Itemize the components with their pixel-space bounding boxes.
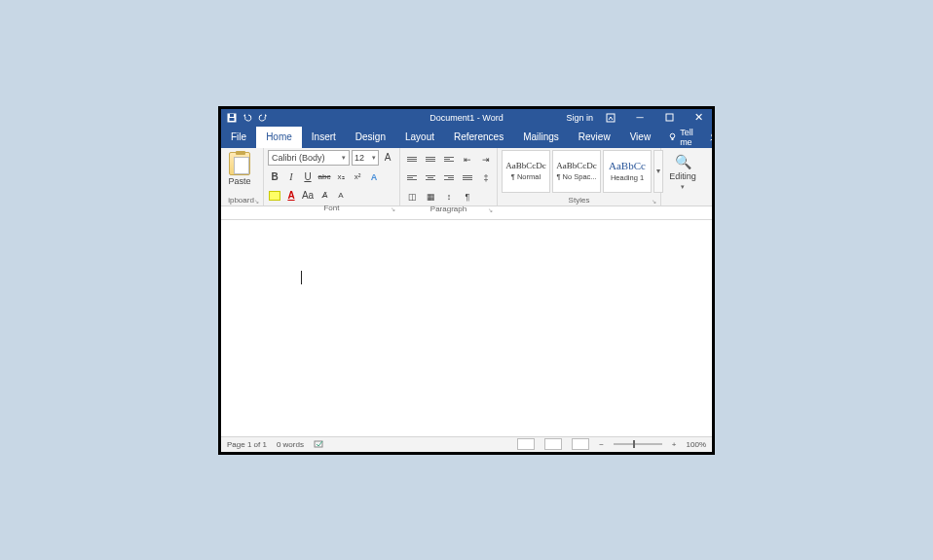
text-effects-button[interactable]: A xyxy=(367,170,381,184)
bullets-button[interactable] xyxy=(404,153,420,167)
font-size-value: 12 xyxy=(355,153,364,163)
paste-icon xyxy=(229,152,250,175)
svg-point-8 xyxy=(711,133,715,137)
svg-rect-5 xyxy=(666,114,673,121)
ribbon-display-options-icon[interactable] xyxy=(599,109,622,127)
bold-button[interactable]: B xyxy=(268,170,281,184)
style-gallery: AaBbCcDc ¶ Normal AaBbCcDc ¶ No Spac... … xyxy=(502,150,663,193)
spellcheck-icon[interactable] xyxy=(314,439,325,449)
tab-insert[interactable]: Insert xyxy=(302,127,346,148)
save-icon[interactable] xyxy=(227,113,237,123)
text-cursor xyxy=(301,271,302,284)
clipboard-group-label: ipboard xyxy=(223,195,259,205)
style-sample: AaBbCcDc xyxy=(556,161,597,170)
change-case-button[interactable]: Aa xyxy=(301,189,315,203)
close-icon[interactable]: ✕ xyxy=(687,109,710,127)
font-group: Calibri (Body) ▾ 12 ▾ A B I U abc x₂ x² xyxy=(264,148,400,205)
style-normal[interactable]: AaBbCcDc ¶ Normal xyxy=(502,150,550,193)
ribbon: Paste ipboard Calibri (Body) ▾ 12 ▾ A xyxy=(221,148,712,206)
zoom-level[interactable]: 100% xyxy=(687,440,706,449)
clear-formatting-button[interactable]: A̸ xyxy=(317,189,331,203)
align-right-button[interactable] xyxy=(441,171,457,185)
web-layout-button[interactable] xyxy=(572,438,589,450)
shading-button[interactable]: ◫ xyxy=(404,190,420,204)
numbering-button[interactable] xyxy=(423,153,438,167)
zoom-slider[interactable] xyxy=(614,443,662,445)
svg-rect-2 xyxy=(230,114,234,117)
tab-references[interactable]: References xyxy=(444,127,513,148)
multilevel-button[interactable] xyxy=(441,153,457,167)
line-spacing-button[interactable]: ‡ xyxy=(478,171,494,185)
grow-font-icon[interactable]: A xyxy=(381,151,394,165)
tab-file[interactable]: File xyxy=(221,127,256,148)
strikethrough-button[interactable]: abc xyxy=(317,170,331,184)
zoom-in-button[interactable]: + xyxy=(672,440,677,449)
show-marks-button[interactable]: ¶ xyxy=(460,190,475,204)
quick-access-toolbar xyxy=(221,113,268,123)
font-group-label: Font xyxy=(268,203,395,213)
word-count[interactable]: 0 words xyxy=(277,440,304,449)
increase-indent-button[interactable]: ⇥ xyxy=(478,153,494,167)
word-window: Document1 - Word Sign in ─ ✕ File Home I… xyxy=(218,106,715,455)
italic-button[interactable]: I xyxy=(284,170,298,184)
tab-design[interactable]: Design xyxy=(346,127,395,148)
print-layout-button[interactable] xyxy=(544,438,562,450)
find-icon: 🔍 xyxy=(675,154,691,169)
underline-button[interactable]: U xyxy=(301,170,315,184)
tab-mailings[interactable]: Mailings xyxy=(513,127,569,148)
undo-icon[interactable] xyxy=(243,113,252,123)
document-area[interactable] xyxy=(221,220,712,436)
svg-rect-7 xyxy=(672,138,674,140)
align-center-button[interactable] xyxy=(423,171,438,185)
lightbulb-icon xyxy=(668,132,677,141)
style-heading-1[interactable]: AaBbCc Heading 1 xyxy=(603,150,652,193)
titlebar-right: Sign in ─ ✕ xyxy=(566,109,712,127)
highlight-icon xyxy=(269,191,280,201)
tab-home[interactable]: Home xyxy=(256,127,302,148)
tab-view[interactable]: View xyxy=(620,127,661,148)
borders-button[interactable]: ▦ xyxy=(423,190,438,204)
font-size-select[interactable]: 12 ▾ xyxy=(352,150,379,166)
zoom-out-button[interactable]: − xyxy=(599,440,604,449)
titlebar: Document1 - Word Sign in ─ ✕ xyxy=(221,109,712,127)
person-icon xyxy=(709,132,715,141)
tab-review[interactable]: Review xyxy=(569,127,620,148)
sign-in-link[interactable]: Sign in xyxy=(566,113,593,123)
clipboard-group: Paste ipboard xyxy=(221,148,264,205)
status-bar: Page 1 of 1 0 words − + 100% xyxy=(221,436,712,452)
tell-me[interactable]: Tell me xyxy=(660,127,701,148)
svg-point-6 xyxy=(670,133,675,138)
redo-icon[interactable] xyxy=(258,113,268,123)
svg-rect-4 xyxy=(607,114,615,122)
justify-button[interactable] xyxy=(460,171,475,185)
sort-button[interactable]: ↕ xyxy=(441,190,457,204)
paragraph-group-label: Paragraph xyxy=(404,204,493,214)
document-page[interactable] xyxy=(248,226,685,436)
style-name: Heading 1 xyxy=(611,173,644,182)
style-name: ¶ No Spac... xyxy=(556,172,596,181)
decrease-indent-button[interactable]: ⇤ xyxy=(460,153,475,167)
page-count[interactable]: Page 1 of 1 xyxy=(227,440,267,449)
minimize-icon[interactable]: ─ xyxy=(628,109,652,127)
paste-button[interactable]: Paste xyxy=(223,150,256,186)
shrink-font-icon[interactable]: A xyxy=(334,189,348,203)
read-mode-button[interactable] xyxy=(517,438,535,450)
style-no-spacing[interactable]: AaBbCcDc ¶ No Spac... xyxy=(552,150,601,193)
highlight-button[interactable] xyxy=(268,189,281,203)
font-name-select[interactable]: Calibri (Body) ▾ xyxy=(268,150,350,166)
superscript-button[interactable]: x² xyxy=(351,170,364,184)
svg-rect-3 xyxy=(230,118,235,121)
subscript-button[interactable]: x₂ xyxy=(334,170,348,184)
align-left-button[interactable] xyxy=(404,171,420,185)
tell-me-label: Tell me xyxy=(680,128,693,147)
style-sample: AaBbCcDc xyxy=(505,161,546,170)
maximize-icon[interactable] xyxy=(657,109,681,127)
editing-button[interactable]: 🔍 Editing ▾ xyxy=(665,150,700,191)
tab-layout[interactable]: Layout xyxy=(395,127,444,148)
font-name-value: Calibri (Body) xyxy=(272,153,325,163)
paragraph-group: ⇤ ⇥ ‡ ◫ ▦ ↕ ¶ Paragraph xyxy=(400,148,498,205)
editing-label: Editing xyxy=(669,171,696,181)
share-button[interactable]: Share xyxy=(701,127,715,148)
font-color-button[interactable]: A xyxy=(284,189,298,203)
ribbon-tabs: File Home Insert Design Layout Reference… xyxy=(221,127,712,148)
